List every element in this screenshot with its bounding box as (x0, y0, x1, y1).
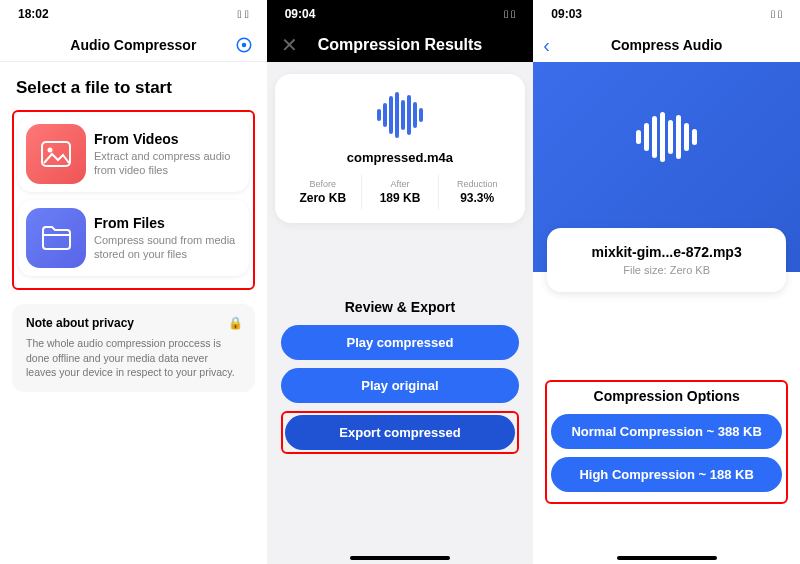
stat-value: 93.3% (439, 191, 515, 205)
status-time: 09:04 (285, 7, 316, 21)
play-compressed-button[interactable]: Play compressed (281, 325, 520, 360)
nav-title: Compression Results (318, 36, 482, 54)
stat-label: After (362, 179, 438, 189)
normal-compression-button[interactable]: Normal Compression ~ 388 KB (551, 414, 782, 449)
status-bar: 09:04 􀙇 􀛨 (267, 0, 534, 28)
status-time: 09:03 (551, 7, 582, 21)
review-heading: Review & Export (267, 299, 534, 315)
status-icons: 􀙇 􀛨 (504, 8, 515, 20)
home-indicator[interactable] (617, 556, 717, 560)
file-info-card: mixkit-gim...e-872.mp3 File size: Zero K… (547, 228, 786, 292)
compression-options-title: Compression Options (551, 388, 782, 404)
status-bar: 09:03 􀙇 􀛨 (533, 0, 800, 28)
nav-title: Compress Audio (611, 37, 723, 53)
home-indicator[interactable] (350, 556, 450, 560)
play-original-button[interactable]: Play original (281, 368, 520, 403)
svg-rect-2 (42, 142, 70, 166)
highlight-options: From Videos Extract and compress audio f… (12, 110, 255, 290)
screen-select-file: 18:02 􀙇 􀛨 Audio Compressor Select a file… (0, 0, 267, 564)
status-bar: 18:02 􀙇 􀛨 (0, 0, 267, 28)
stat-label: Reduction (439, 179, 515, 189)
screen-results: 09:04 􀙇 􀛨 ✕ Compression Results compress… (267, 0, 534, 564)
screen-compress-audio: 09:03 􀙇 􀛨 ‹ Compress Audio mixkit-gim...… (533, 0, 800, 564)
lock-icon: 🔒 (228, 316, 243, 330)
privacy-title: Note about privacy (26, 316, 241, 330)
svg-point-3 (48, 148, 53, 153)
folder-icon (26, 208, 86, 268)
nav-title: Audio Compressor (70, 37, 196, 53)
page-heading: Select a file to start (16, 78, 251, 98)
waveform-icon (285, 92, 516, 138)
stat-value: 189 KB (362, 191, 438, 205)
file-name: mixkit-gim...e-872.mp3 (563, 244, 770, 260)
svg-point-1 (241, 42, 246, 47)
privacy-note: Note about privacy The whole audio compr… (12, 304, 255, 392)
status-icons: 􀙇 􀛨 (771, 8, 782, 20)
result-stats: BeforeZero KB After189 KB Reduction93.3% (285, 175, 516, 209)
option-from-videos[interactable]: From Videos Extract and compress audio f… (18, 116, 249, 192)
option-subtitle: Compress sound from media stored on your… (94, 233, 239, 262)
result-filename: compressed.m4a (285, 150, 516, 165)
option-title: From Videos (94, 131, 239, 147)
status-icons: 􀙇 􀛨 (238, 8, 249, 20)
back-icon[interactable]: ‹ (543, 34, 550, 57)
file-size: File size: Zero KB (563, 264, 770, 276)
close-icon[interactable]: ✕ (281, 33, 298, 57)
privacy-text: The whole audio compression proccess is … (26, 336, 241, 380)
option-from-files[interactable]: From Files Compress sound from media sto… (18, 200, 249, 276)
nav-bar: Audio Compressor (0, 28, 267, 62)
result-card: compressed.m4a BeforeZero KB After189 KB… (275, 74, 526, 223)
nav-bar: ‹ Compress Audio (533, 28, 800, 62)
nav-bar: ✕ Compression Results (267, 28, 534, 62)
image-icon (26, 124, 86, 184)
gear-icon[interactable] (235, 36, 253, 54)
option-subtitle: Extract and compress audio from video fi… (94, 149, 239, 178)
waveform-icon (533, 112, 800, 162)
stat-value: Zero KB (285, 191, 361, 205)
stat-label: Before (285, 179, 361, 189)
high-compression-button[interactable]: High Compression ~ 188 KB (551, 457, 782, 492)
option-title: From Files (94, 215, 239, 231)
export-compressed-button[interactable]: Export compressed (285, 415, 516, 450)
status-time: 18:02 (18, 7, 49, 21)
